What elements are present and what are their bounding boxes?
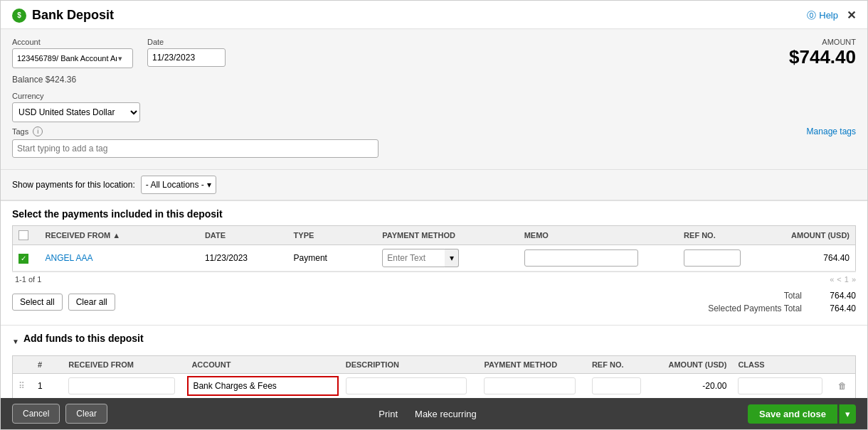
payments-table: RECEIVED FROM ▲ DATE TYPE PAYMENT METHOD… bbox=[12, 225, 856, 272]
tags-label: Tags bbox=[12, 127, 28, 136]
add-funds-header: ▼ Add funds to this deposit bbox=[12, 333, 856, 350]
col-amount: AMOUNT (USD) bbox=[767, 226, 856, 245]
main-content: Account 123456789/ Bank Account Angel ▾ … bbox=[1, 29, 867, 398]
select-all-checkbox-header[interactable] bbox=[13, 226, 40, 245]
location-select[interactable]: - All Locations - ▾ bbox=[141, 176, 216, 194]
delete-1[interactable]: 🗑 bbox=[832, 374, 856, 398]
title-bar-left: $ Bank Deposit bbox=[12, 8, 114, 23]
class-col-header: CLASS bbox=[732, 356, 832, 374]
next-icon[interactable]: 1 bbox=[845, 275, 849, 284]
payments-section: Select the payments included in this dep… bbox=[1, 200, 867, 325]
received-from-link[interactable]: ANGEL AAA bbox=[46, 253, 93, 263]
help-button[interactable]: ⓪ Help bbox=[807, 9, 838, 22]
title-bar-right: ⓪ Help ✕ bbox=[807, 9, 856, 22]
received-from-input-1[interactable] bbox=[68, 377, 174, 394]
footer-right: Save and close ▾ bbox=[748, 404, 856, 424]
received-from-1[interactable] bbox=[63, 374, 186, 398]
payment-method-input[interactable] bbox=[382, 249, 446, 267]
header-checkbox[interactable] bbox=[18, 230, 28, 240]
payments-header-row: RECEIVED FROM ▲ DATE TYPE PAYMENT METHOD… bbox=[13, 226, 856, 245]
currency-row: Currency USD United States Dollar bbox=[12, 92, 856, 122]
clear-button[interactable]: Clear bbox=[65, 404, 107, 424]
class-1[interactable] bbox=[732, 374, 832, 398]
class-input-1[interactable] bbox=[738, 377, 822, 394]
delete-icon-1[interactable]: 🗑 bbox=[838, 381, 847, 391]
payment-method-dropdown[interactable]: ▾ bbox=[382, 249, 512, 267]
account-dropdown-icon[interactable]: ▾ bbox=[118, 54, 122, 63]
cancel-button[interactable]: Cancel bbox=[12, 404, 60, 424]
account-col-header: ACCOUNT bbox=[186, 356, 339, 374]
payment-method-arrow[interactable]: ▾ bbox=[445, 249, 459, 267]
help-icon: ⓪ bbox=[807, 9, 816, 22]
payments-actions: Select all Clear all bbox=[12, 294, 115, 311]
amount-cell: 764.40 bbox=[767, 245, 856, 272]
clear-all-button[interactable]: Clear all bbox=[68, 294, 115, 311]
collapse-icon[interactable]: ▼ bbox=[12, 338, 19, 345]
prev-prev-icon[interactable]: « bbox=[830, 275, 834, 284]
description-1[interactable] bbox=[340, 374, 479, 398]
payments-totals: Total 764.40 Selected Payments Total 764… bbox=[708, 289, 856, 315]
footer-center: Print Make recurring bbox=[107, 409, 748, 419]
manage-tags-link[interactable]: Manage tags bbox=[807, 127, 856, 136]
add-funds-section: Sample Only ▼ Add funds to this deposit … bbox=[1, 325, 867, 398]
account-label: Account bbox=[12, 38, 133, 46]
ref-no-cell bbox=[678, 245, 767, 272]
account-field-group: Account 123456789/ Bank Account Angel ▾ … bbox=[12, 38, 133, 85]
amount-label: AMOUNT bbox=[789, 38, 856, 46]
balance-text: Balance $424.36 bbox=[12, 75, 133, 85]
col-date: DATE bbox=[199, 226, 288, 245]
ref-no-1[interactable] bbox=[586, 374, 655, 398]
selected-payments-value: 764.40 bbox=[813, 303, 856, 313]
tags-input[interactable] bbox=[12, 139, 379, 158]
account-1[interactable]: Bank Charges & Fees bbox=[186, 374, 339, 398]
description-input-1[interactable] bbox=[346, 377, 467, 394]
funds-received-col-header: RECEIVED FROM bbox=[63, 356, 186, 374]
save-button[interactable]: Save and close bbox=[748, 404, 837, 424]
tags-info-icon[interactable]: i bbox=[33, 127, 43, 136]
payment-method-input-1[interactable] bbox=[484, 377, 576, 394]
print-link[interactable]: Print bbox=[379, 409, 398, 419]
date-cell: 11/23/2023 bbox=[199, 245, 288, 272]
drag-col-header bbox=[13, 356, 33, 374]
table-row: ✓ ANGEL AAA 11/23/2023 Payment ▾ bbox=[13, 245, 856, 272]
received-from-cell: ANGEL AAA bbox=[40, 245, 199, 272]
next-next-icon[interactable]: » bbox=[852, 275, 856, 284]
memo-input[interactable] bbox=[524, 249, 638, 267]
footer-left: Cancel Clear bbox=[12, 404, 107, 424]
account-input-highlighted[interactable]: Bank Charges & Fees bbox=[187, 376, 338, 396]
account-date-row: Account 123456789/ Bank Account Angel ▾ … bbox=[12, 38, 856, 85]
currency-select[interactable]: USD United States Dollar bbox=[12, 102, 140, 122]
col-received-from: RECEIVED FROM ▲ bbox=[40, 226, 199, 245]
drag-icon: ⠿ bbox=[18, 381, 25, 391]
payment-method-1[interactable] bbox=[478, 374, 586, 398]
funds-header-row: # RECEIVED FROM ACCOUNT DESCRIPTION PAYM… bbox=[13, 356, 856, 374]
top-form: Account 123456789/ Bank Account Angel ▾ … bbox=[1, 29, 867, 169]
prev-icon[interactable]: < bbox=[837, 275, 841, 284]
row-checkbox-cell[interactable]: ✓ bbox=[13, 245, 40, 272]
row-checkbox[interactable]: ✓ bbox=[18, 254, 28, 264]
save-arrow-button[interactable]: ▾ bbox=[839, 404, 856, 424]
col-ref-no: REF NO. bbox=[678, 226, 767, 245]
payments-section-title: Select the payments included in this dep… bbox=[12, 208, 856, 220]
ref-no-input[interactable] bbox=[684, 249, 741, 267]
delete-col-header bbox=[832, 356, 856, 374]
total-value: 764.40 bbox=[813, 291, 856, 301]
col-memo: MEMO bbox=[519, 226, 678, 245]
date-input[interactable] bbox=[147, 48, 226, 67]
close-button[interactable]: ✕ bbox=[847, 9, 856, 22]
make-recurring-link[interactable]: Make recurring bbox=[415, 409, 477, 419]
select-all-button[interactable]: Select all bbox=[12, 294, 63, 311]
type-cell: Payment bbox=[288, 245, 377, 272]
ref-no-input-1[interactable] bbox=[592, 377, 641, 394]
window-title: Bank Deposit bbox=[32, 8, 114, 23]
funds-ref-col-header: REF NO. bbox=[586, 356, 655, 374]
pagination-info: 1-1 of 1 bbox=[12, 275, 41, 284]
currency-label: Currency bbox=[12, 92, 140, 100]
table-row: ⠿ 1 Bank Charges & Fees bbox=[13, 374, 856, 398]
drag-handle-1[interactable]: ⠿ bbox=[13, 374, 33, 398]
selected-payments-label: Selected Payments Total bbox=[708, 303, 802, 313]
funds-payment-col-header: PAYMENT METHOD bbox=[478, 356, 586, 374]
num-col-header: # bbox=[32, 356, 63, 374]
funds-amount-col-header: AMOUNT (USD) bbox=[655, 356, 732, 374]
account-input[interactable]: 123456789/ Bank Account Angel ▾ bbox=[12, 48, 133, 68]
